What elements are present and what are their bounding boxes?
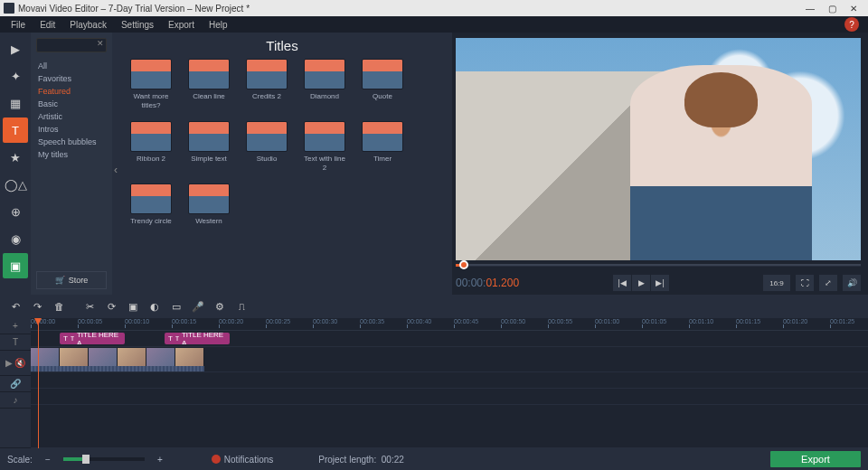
cat-speech[interactable]: Speech bubbles bbox=[38, 136, 105, 148]
maximize-button[interactable]: ▢ bbox=[821, 1, 843, 15]
help-icon[interactable]: ? bbox=[844, 17, 859, 32]
minimize-button[interactable]: — bbox=[799, 1, 821, 15]
title-clip[interactable]: TT TITLE HERE A bbox=[60, 333, 125, 344]
playhead[interactable] bbox=[38, 318, 39, 448]
fullscreen-icon[interactable]: ⤢ bbox=[819, 275, 837, 291]
rotate-icon[interactable]: ⟳ bbox=[101, 297, 121, 315]
scale-label: Scale: bbox=[7, 455, 33, 465]
import-tool-icon[interactable]: ▶ bbox=[3, 36, 28, 61]
aspect-button[interactable]: 16:9 bbox=[763, 275, 790, 291]
next-button[interactable]: ▶| bbox=[651, 275, 669, 291]
title-thumb[interactable]: Want more titles? bbox=[130, 59, 172, 110]
video-track-header[interactable]: ▶ 🔇 bbox=[0, 351, 31, 376]
audio-track[interactable] bbox=[31, 389, 868, 405]
link-track[interactable] bbox=[31, 372, 868, 389]
menu-edit[interactable]: Edit bbox=[33, 20, 62, 30]
scrubber[interactable] bbox=[456, 262, 861, 268]
cat-all[interactable]: All bbox=[38, 60, 105, 72]
video-track[interactable] bbox=[31, 347, 868, 372]
cut-icon[interactable]: ✂ bbox=[80, 297, 99, 315]
thumb-image bbox=[246, 121, 288, 152]
title-thumb[interactable]: Studio bbox=[246, 121, 288, 173]
title-thumb[interactable]: Clean line bbox=[188, 59, 230, 110]
search-input[interactable]: ✕ bbox=[36, 38, 107, 52]
cat-basic[interactable]: Basic bbox=[38, 98, 105, 110]
ruler-tick: 00:00:40 bbox=[407, 318, 431, 324]
cat-artistic[interactable]: Artistic bbox=[38, 110, 105, 123]
store-button[interactable]: 🛒 Store bbox=[36, 271, 107, 289]
thumb-label: Quote bbox=[373, 92, 392, 101]
undo-icon[interactable]: ↶ bbox=[5, 297, 25, 315]
title-thumb[interactable]: Ribbon 2 bbox=[130, 121, 172, 173]
ruler-tick: 00:00:15 bbox=[172, 318, 196, 324]
link-track-icon[interactable]: 🔗 bbox=[0, 376, 31, 392]
menu-help[interactable]: Help bbox=[202, 20, 235, 30]
thumb-image bbox=[130, 121, 172, 152]
thumb-image bbox=[188, 121, 230, 152]
title-clip[interactable]: TT TITLE HERE A bbox=[165, 333, 230, 344]
menu-file[interactable]: File bbox=[4, 20, 33, 30]
title-thumb[interactable]: Simple text bbox=[188, 121, 230, 173]
thumb-label: Western bbox=[195, 217, 222, 226]
title-thumb[interactable]: Timer bbox=[362, 121, 403, 173]
title-track[interactable]: TT TITLE HERE A TT TITLE HERE A bbox=[31, 331, 868, 347]
title-thumb[interactable]: Diamond bbox=[304, 59, 345, 110]
record-icon[interactable]: 🎤 bbox=[188, 297, 208, 315]
title-thumb[interactable]: Western bbox=[188, 183, 230, 226]
ruler-tick: 00:00:25 bbox=[266, 318, 290, 324]
export-button[interactable]: Export bbox=[770, 451, 861, 467]
title-thumb[interactable]: Quote bbox=[362, 59, 403, 110]
filters-tool-icon[interactable]: ✦ bbox=[3, 63, 28, 89]
clip-props-icon[interactable]: ▭ bbox=[166, 297, 186, 315]
status-bar: Scale: − + Notifications Project length:… bbox=[0, 448, 868, 470]
play-button[interactable]: ▶ bbox=[632, 275, 650, 291]
expand-icon[interactable]: ⛶ bbox=[796, 275, 814, 291]
title-track-header[interactable]: T bbox=[0, 334, 31, 351]
cat-mytitles[interactable]: My titles bbox=[38, 148, 105, 161]
preview-video[interactable] bbox=[456, 38, 861, 260]
equalizer-icon[interactable]: ⎍ bbox=[231, 297, 251, 315]
titles-tool-icon[interactable]: T bbox=[3, 118, 28, 143]
thumb-label: Studio bbox=[257, 155, 278, 164]
prev-button[interactable]: |◀ bbox=[613, 275, 631, 291]
crop-icon[interactable]: ▣ bbox=[123, 297, 143, 315]
cat-featured[interactable]: Featured bbox=[38, 85, 105, 98]
audio-track-header[interactable]: ♪ bbox=[0, 392, 31, 409]
title-thumb[interactable]: Trendy circle bbox=[130, 183, 172, 226]
transitions-tool-icon[interactable]: ▦ bbox=[3, 90, 28, 116]
add-track-icon[interactable]: + bbox=[0, 318, 31, 334]
ruler-tick: 00:00:00 bbox=[31, 318, 55, 324]
color-icon[interactable]: ◐ bbox=[145, 297, 165, 315]
shapes-tool-icon[interactable]: ◯△ bbox=[3, 172, 28, 197]
ruler-tick: 00:00:50 bbox=[501, 318, 525, 324]
delete-icon[interactable]: 🗑 bbox=[49, 297, 69, 315]
menu-settings[interactable]: Settings bbox=[114, 20, 161, 30]
zoom-out-icon[interactable]: − bbox=[42, 453, 54, 465]
menu-playback[interactable]: Playback bbox=[62, 20, 114, 30]
more-tool-icon[interactable]: ▣ bbox=[3, 253, 28, 278]
capture-tool-icon[interactable]: ◉ bbox=[3, 226, 28, 251]
time-ruler[interactable]: 00:00:0000:00:0500:00:1000:00:1500:00:20… bbox=[31, 318, 868, 331]
ruler-tick: 00:00:05 bbox=[78, 318, 102, 324]
volume-icon[interactable]: 🔊 bbox=[843, 275, 861, 291]
audio-waveform bbox=[31, 366, 204, 371]
settings-gear-icon[interactable]: ⚙ bbox=[210, 297, 230, 315]
title-thumb[interactable]: Credits 2 bbox=[246, 59, 288, 110]
thumb-image bbox=[130, 183, 172, 214]
zoom-slider[interactable] bbox=[63, 457, 145, 461]
redo-icon[interactable]: ↷ bbox=[27, 297, 47, 315]
stickers-tool-icon[interactable]: ★ bbox=[3, 145, 28, 170]
clear-search-icon[interactable]: ✕ bbox=[97, 39, 104, 48]
chevron-left-icon[interactable]: ‹ bbox=[114, 164, 118, 176]
ruler-tick: 00:01:10 bbox=[689, 318, 713, 324]
title-thumb[interactable]: Text with line 2 bbox=[304, 121, 345, 173]
cat-intros[interactable]: Intros bbox=[38, 123, 105, 136]
zoom-in-icon[interactable]: + bbox=[154, 453, 166, 465]
notifications-button[interactable]: Notifications bbox=[212, 455, 273, 465]
cat-favorites[interactable]: Favorites bbox=[38, 72, 105, 85]
project-length-label: Project length: 00:22 bbox=[318, 455, 404, 465]
zoom-tool-icon[interactable]: ⊕ bbox=[3, 199, 28, 224]
close-button[interactable]: ✕ bbox=[843, 1, 864, 15]
scrub-knob[interactable] bbox=[459, 260, 468, 269]
menu-export[interactable]: Export bbox=[161, 20, 202, 30]
